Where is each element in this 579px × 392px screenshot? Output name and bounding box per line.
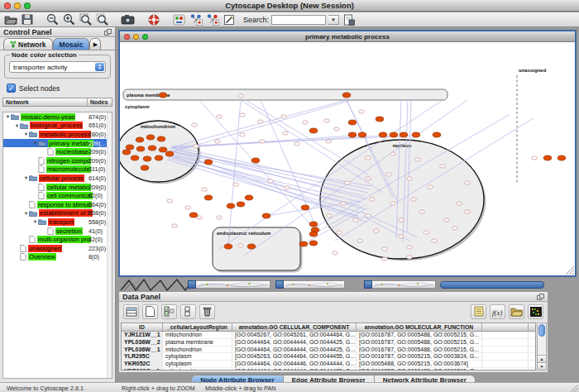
- network-node-highlighted[interactable]: [342, 93, 351, 98]
- network-node-highlighted[interactable]: [376, 117, 384, 122]
- network-node[interactable]: [407, 177, 413, 180]
- tree-row[interactable]: cellular metabo209(0): [3, 183, 112, 192]
- network-node[interactable]: [283, 131, 289, 135]
- new-attribute-icon[interactable]: [142, 304, 158, 319]
- table-row[interactable]: YKR052Ccytoplasm[GO:0044464, GO:0044446,…: [122, 361, 535, 368]
- zoom-selected-icon[interactable]: [95, 13, 109, 26]
- search-dropdown-arrow-icon[interactable]: ▼: [328, 15, 339, 25]
- network-node-highlighted[interactable]: [309, 241, 318, 246]
- attribute-table-icon[interactable]: [123, 304, 139, 319]
- network-node[interactable]: [172, 224, 178, 227]
- tree-row[interactable]: cell communicat22(0): [3, 191, 112, 200]
- network-node-highlighted[interactable]: [136, 137, 144, 142]
- tree-expander-icon[interactable]: ▼: [23, 131, 29, 136]
- network-node[interactable]: [407, 246, 413, 249]
- tab-overflow-arrow-icon[interactable]: ▶: [89, 38, 101, 50]
- network-node[interactable]: [217, 216, 223, 219]
- network-node[interactable]: [215, 140, 221, 143]
- network-node-highlighted[interactable]: [390, 132, 398, 137]
- network-node[interactable]: [357, 239, 363, 242]
- network-node[interactable]: [386, 173, 392, 176]
- network-node-highlighted[interactable]: [348, 120, 356, 125]
- network-node-highlighted[interactable]: [204, 195, 213, 200]
- network-node[interactable]: [345, 181, 351, 184]
- table-row[interactable]: YDR039C__1mitochondrion[GO:0044464, GO:0…: [122, 368, 535, 370]
- tree-row[interactable]: response to stimulu264(0): [3, 200, 112, 209]
- network-node[interactable]: [240, 133, 246, 136]
- network-node-highlighted[interactable]: [309, 232, 318, 237]
- network-node[interactable]: [324, 119, 330, 122]
- open-session-icon[interactable]: [3, 13, 17, 26]
- network-node[interactable]: [411, 198, 417, 201]
- minimized-window[interactable]: [364, 280, 436, 289]
- network-node-highlighted[interactable]: [159, 93, 167, 98]
- network-node-highlighted[interactable]: [159, 147, 167, 152]
- network-node-highlighted[interactable]: [433, 132, 441, 137]
- network-node[interactable]: [260, 140, 266, 143]
- network-node[interactable]: [366, 156, 371, 160]
- network-node-highlighted[interactable]: [247, 244, 256, 249]
- heatmap-icon[interactable]: [528, 304, 543, 319]
- network-node-highlighted[interactable]: [148, 146, 156, 151]
- network-node-highlighted[interactable]: [237, 202, 245, 207]
- table-scrollbar-thumb[interactable]: [538, 324, 545, 337]
- network-node[interactable]: [452, 227, 458, 230]
- network-node[interactable]: [167, 199, 173, 203]
- tree-row[interactable]: ▼transport558(0): [3, 218, 112, 227]
- minimized-window[interactable]: [275, 280, 345, 289]
- network-node-highlighted[interactable]: [165, 151, 174, 156]
- tree-row[interactable]: ▼metabolic process280(0): [3, 130, 112, 139]
- network-node-highlighted[interactable]: [348, 132, 356, 137]
- tree-header-nodes[interactable]: Nodes: [87, 98, 108, 106]
- tree-row[interactable]: multi-organism pro42(0): [3, 235, 112, 244]
- network-node[interactable]: [444, 218, 450, 222]
- network-node[interactable]: [303, 121, 309, 124]
- tree-expander-icon[interactable]: ▼: [32, 141, 38, 146]
- tree-row[interactable]: nitrogen compo209(0): [3, 156, 112, 165]
- tree-expander-icon[interactable]: ▼: [14, 123, 20, 128]
- network-node-highlighted[interactable]: [141, 165, 149, 170]
- network-node[interactable]: [281, 115, 287, 118]
- table-scrollbar[interactable]: ▲ ▼: [537, 323, 547, 370]
- network-node[interactable]: [341, 202, 347, 205]
- network-node[interactable]: [258, 120, 264, 123]
- network-node[interactable]: [382, 247, 388, 251]
- network-node[interactable]: [238, 244, 244, 247]
- zoom-in-icon[interactable]: [62, 13, 76, 26]
- snapshot-camera-icon[interactable]: [121, 13, 135, 26]
- network-node[interactable]: [382, 257, 388, 261]
- select-attributes-icon[interactable]: [161, 304, 177, 319]
- help-lifesaver-icon[interactable]: [146, 13, 160, 26]
- network-node-highlighted[interactable]: [412, 132, 420, 137]
- network-node-highlighted[interactable]: [227, 203, 235, 208]
- tree-row[interactable]: ▼mosaic-demo-yeast874(0): [3, 112, 112, 122]
- network-node[interactable]: [359, 110, 365, 113]
- network-node-highlighted[interactable]: [251, 158, 260, 163]
- network-node[interactable]: [194, 145, 199, 148]
- network-node-highlighted[interactable]: [299, 241, 308, 246]
- network-node[interactable]: [440, 165, 446, 168]
- tree-header-network[interactable]: Network: [3, 99, 29, 105]
- search-input[interactable]: [271, 15, 326, 25]
- column-header[interactable]: ID: [122, 323, 163, 331]
- node-color-dropdown[interactable]: transporter activity ▲▼: [9, 61, 106, 73]
- network-node[interactable]: [337, 231, 342, 234]
- network-node[interactable]: [374, 229, 380, 232]
- network-node[interactable]: [268, 179, 274, 183]
- network-node[interactable]: [217, 115, 223, 118]
- network-node-highlighted[interactable]: [122, 150, 131, 155]
- network-node-highlighted[interactable]: [309, 128, 318, 133]
- network-node[interactable]: [326, 140, 332, 143]
- tree-row[interactable]: nucleobase-209(0): [3, 147, 112, 156]
- column-header[interactable]: annotation.GO CELLULAR_COMPONENT: [232, 323, 356, 331]
- network-node-highlighted[interactable]: [245, 195, 253, 200]
- unselect-attributes-icon[interactable]: [180, 304, 196, 319]
- network-node-highlighted[interactable]: [136, 146, 145, 151]
- column-header[interactable]: annotation.GO MOLECULAR_FUNCTION: [356, 323, 482, 331]
- network-node-highlighted[interactable]: [224, 244, 232, 249]
- tree-scrollbar[interactable]: [107, 112, 112, 378]
- window-resize-grip[interactable]: [570, 385, 578, 391]
- vizmapper-icon[interactable]: [172, 13, 186, 26]
- network-node[interactable]: [294, 142, 300, 146]
- network-node-highlighted[interactable]: [543, 155, 552, 160]
